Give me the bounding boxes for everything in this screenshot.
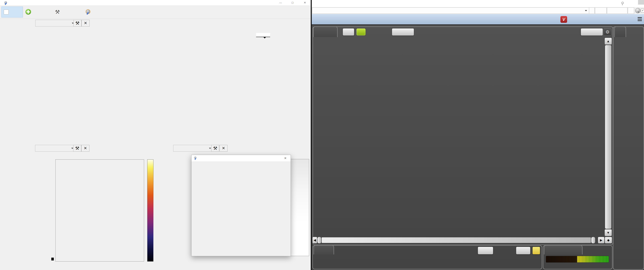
- hscroll-left-knob[interactable]: [317, 237, 322, 243]
- about-button[interactable]: [83, 7, 94, 17]
- settings-tools-icon: ⚒: [55, 9, 60, 15]
- scroll-up-button[interactable]: ▲: [604, 38, 612, 45]
- reset-button[interactable]: [478, 247, 493, 254]
- stop-icon: [4, 10, 9, 15]
- close-icon: ✕: [222, 146, 225, 151]
- fft-spectrum-plot[interactable]: [50, 28, 310, 131]
- tab-correlation-meter[interactable]: [544, 245, 582, 254]
- tp-button[interactable]: [532, 247, 540, 254]
- spectrogram-dock-close-button[interactable]: ✕: [81, 145, 90, 152]
- preset-selector[interactable]: [312, 8, 589, 14]
- correlation-bar: [546, 256, 609, 262]
- knob-icon[interactable]: [635, 8, 640, 13]
- scroll-right-button[interactable]: ▶: [598, 237, 604, 243]
- statistics-panel: [312, 245, 542, 269]
- tab-spectrum[interactable]: [313, 27, 338, 37]
- new-dock-button[interactable]: [23, 7, 35, 17]
- max-frequency-label: [256, 33, 270, 37]
- about-friture-icon: [85, 9, 90, 15]
- dialog-close-button[interactable]: ✕: [284, 156, 286, 160]
- zoom-reset-button[interactable]: ◆: [605, 237, 612, 243]
- gear-icon[interactable]: ⚙: [604, 28, 612, 36]
- menu-hamburger-icon[interactable]: [637, 17, 642, 22]
- friture-toolbar: ⚒: [0, 5, 310, 19]
- maximize-button[interactable]: ▢: [288, 0, 298, 5]
- close-icon: ✕: [84, 21, 87, 26]
- bypass-checkbox[interactable]: ✓: [641, 9, 644, 13]
- octave-dock-selector[interactable]: [173, 145, 213, 152]
- friture-window: — ▢ ✕ ⚒: [0, 0, 310, 270]
- close-icon: ✕: [84, 146, 87, 151]
- scroll-left-button[interactable]: ◀: [312, 237, 317, 243]
- octave-dock-settings-button[interactable]: ⚒: [211, 145, 219, 152]
- fft-dock-close-button[interactable]: ✕: [82, 20, 90, 27]
- spectrum-settings-dialog: ✕: [191, 155, 291, 256]
- span-window: ✓ V ⚙ ▲ ▼ ◀: [311, 0, 644, 270]
- mode-selector-button[interactable]: [581, 28, 603, 36]
- tools-icon: ⚒: [75, 146, 79, 151]
- friture-titlebar[interactable]: — ▢ ✕: [0, 0, 310, 5]
- octave-dock-close-button[interactable]: ✕: [220, 145, 228, 152]
- pin-icon[interactable]: [620, 2, 624, 5]
- hold-button[interactable]: [343, 28, 354, 36]
- dialog-app-icon: [194, 156, 197, 160]
- new-dock-icon: [26, 9, 31, 15]
- fft-dock-settings-button[interactable]: ⚒: [73, 20, 82, 27]
- horizontal-scrollbar-thumb[interactable]: [322, 237, 591, 243]
- vertical-scrollbar-thumb[interactable]: [605, 45, 612, 229]
- colorbar: [147, 159, 154, 261]
- octave-spectrum-plot[interactable]: [290, 159, 309, 256]
- chevron-down-icon: [585, 10, 587, 11]
- scroll-down-button[interactable]: ▼: [604, 229, 612, 236]
- tab-out[interactable]: [614, 27, 626, 37]
- span-preset-row: ✓: [312, 7, 644, 14]
- dbfs-button[interactable]: [516, 247, 530, 254]
- settings-button[interactable]: ⚒: [53, 7, 64, 17]
- hscroll-right-knob[interactable]: [591, 237, 595, 243]
- spectrum-color-button[interactable]: [356, 28, 366, 36]
- span-spectrum-plot[interactable]: [314, 38, 588, 227]
- stop-button[interactable]: [2, 7, 23, 18]
- fft-dock-selector[interactable]: [35, 20, 76, 27]
- span-titlebar[interactable]: [312, 0, 644, 7]
- spectrogram-dock-selector[interactable]: [35, 145, 75, 152]
- span-toolbar: V: [312, 14, 644, 25]
- out-panel: [613, 27, 644, 270]
- tools-icon: ⚒: [213, 146, 217, 151]
- voxengo-logo-icon: V: [560, 16, 567, 23]
- ui-button[interactable]: [628, 8, 634, 14]
- spectrogram-axis-corner: [51, 258, 54, 260]
- max-frequency-marker-icon: [264, 37, 266, 39]
- dialog-body: [192, 161, 290, 256]
- host-corner-decoration: [638, 0, 644, 5]
- spectrogram-plot[interactable]: [55, 159, 144, 261]
- param-button[interactable]: [595, 8, 606, 14]
- tab-statistics[interactable]: [314, 245, 334, 254]
- screenshot-root: — ▢ ✕ ⚒: [0, 0, 644, 270]
- tools-icon: ⚒: [75, 21, 79, 26]
- preset-add-button[interactable]: [589, 8, 594, 14]
- close-button[interactable]: ✕: [300, 0, 310, 5]
- spectrogram-dock-settings-button[interactable]: ⚒: [73, 145, 81, 152]
- minimize-button[interactable]: —: [276, 0, 286, 5]
- dialog-titlebar[interactable]: ✕: [192, 155, 290, 161]
- underlay-selector-button[interactable]: [392, 28, 414, 36]
- io-config-button[interactable]: [607, 8, 628, 14]
- chevron-down-icon: [209, 148, 211, 149]
